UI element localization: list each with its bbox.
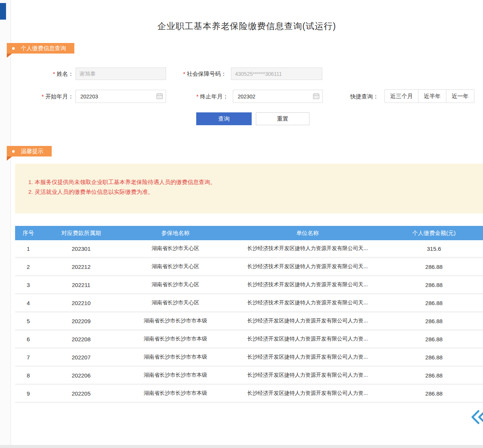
reset-button[interactable]: 重置 [256, 112, 309, 125]
table-cell: 2 [15, 264, 42, 270]
payment-table: 序号 对应费款所属期 参保地名称 单位名称 个人缴费金额(元) 1202301湖… [15, 226, 483, 403]
bullet-dot-icon [12, 47, 15, 50]
table-cell: 4 [15, 300, 42, 306]
table-cell: 202209 [42, 318, 121, 324]
table-cell: 286.88 [385, 372, 483, 379]
required-asterisk: * [53, 71, 55, 77]
table-cell: 长沙经济技术开发区捷特人力资源开发有限公司天... [230, 281, 385, 288]
ssn-field[interactable] [231, 68, 322, 80]
table-cell: 湖南省长沙市长沙市市本级 [121, 390, 230, 397]
table-row: 5202209湖南省长沙市长沙市市本级长沙经济开发区捷特人力资源开发有限公司人力… [15, 313, 483, 331]
required-asterisk: * [42, 93, 44, 100]
table-row: 2202212湖南省长沙市天心区长沙经济技术开发区捷特人力资源开发有限公司天..… [15, 258, 483, 276]
tip-line: 2. 灵活就业人员的缴费单位信息以实际缴费为准。 [28, 187, 216, 197]
bottom-divider [0, 445, 483, 448]
table-cell: 202208 [42, 336, 121, 342]
end-month-picker[interactable] [233, 90, 323, 103]
ribbon-fold [7, 54, 12, 58]
table-cell: 202210 [42, 300, 121, 306]
quick-query-label: 快捷查询： [350, 90, 378, 103]
name-field[interactable] [75, 68, 166, 80]
double-chevron-left-icon[interactable] [470, 410, 483, 425]
table-cell: 湖南省长沙市天心区 [121, 245, 230, 252]
section-badge-personal-payment-query: 个人缴费信息查询 [7, 43, 74, 54]
table-cell: 286.88 [385, 354, 483, 361]
table-cell: 长沙经济技术开发区捷特人力资源开发有限公司天... [230, 299, 385, 306]
table-cell: 202205 [42, 390, 121, 397]
table-cell: 202211 [42, 282, 121, 288]
name-label: *姓名： [34, 68, 74, 80]
start-month-input[interactable] [75, 90, 166, 103]
table-cell: 286.88 [385, 390, 483, 397]
ribbon-fold [7, 156, 12, 161]
required-asterisk: * [196, 93, 198, 100]
table-cell: 6 [15, 336, 42, 342]
table-cell: 长沙经济技术开发区捷特人力资源开发有限公司天... [230, 263, 385, 270]
query-button[interactable]: 查询 [196, 112, 252, 125]
table-row: 3202211湖南省长沙市天心区长沙经济技术开发区捷特人力资源开发有限公司天..… [15, 276, 483, 295]
calendar-icon[interactable] [313, 93, 320, 100]
table-cell: 长沙经济开发区捷特人力资源开发有限公司人力资... [230, 354, 385, 361]
quick-option-last-year[interactable]: 近一年 [446, 89, 474, 103]
end-month-input[interactable] [233, 90, 323, 103]
column-header: 参保地名称 [121, 230, 230, 237]
table-header-row: 序号 对应费款所属期 参保地名称 单位名称 个人缴费金额(元) [15, 226, 483, 240]
column-header: 个人缴费金额(元) [385, 230, 483, 237]
table-cell: 202207 [42, 354, 121, 361]
table-body: 1202301湖南省长沙市天心区长沙经济技术开发区捷特人力资源开发有限公司天..… [15, 240, 483, 403]
table-cell: 湖南省长沙市天心区 [121, 263, 230, 270]
column-header: 序号 [15, 230, 42, 237]
table-cell: 长沙经济开发区捷特人力资源开发有限公司人力资... [230, 318, 385, 324]
table-cell: 湖南省长沙市长沙市市本级 [121, 372, 230, 379]
table-row: 9202205湖南省长沙市长沙市市本级长沙经济开发区捷特人力资源开发有限公司人力… [15, 385, 483, 403]
table-cell: 202301 [42, 245, 121, 252]
table-cell: 湖南省长沙市天心区 [121, 299, 230, 306]
ssn-label: *社会保障号码： [170, 68, 226, 80]
section-badge-label: 个人缴费信息查询 [21, 45, 66, 52]
table-cell: 8 [15, 372, 42, 379]
table-cell: 湖南省长沙市长沙市市本级 [121, 354, 230, 361]
quick-option-last-half-year[interactable]: 近半年 [418, 89, 446, 103]
table-cell: 5 [15, 318, 42, 324]
end-month-label: *终止年月： [187, 90, 228, 103]
start-month-picker[interactable] [75, 90, 166, 103]
table-row: 1202301湖南省长沙市天心区长沙经济技术开发区捷特人力资源开发有限公司天..… [15, 240, 483, 258]
table-cell: 286.88 [385, 300, 483, 306]
table-row: 7202207湖南省长沙市长沙市市本级长沙经济开发区捷特人力资源开发有限公司人力… [15, 349, 483, 367]
tips-panel: 1. 本服务仅提供尚未领取企业职工基本养老保险待遇人员的缴费信息查询。 2. 灵… [15, 164, 483, 213]
column-header: 对应费款所属期 [42, 230, 121, 237]
table-cell: 长沙经济开发区捷特人力资源开发有限公司人力资... [230, 336, 385, 342]
quick-query-group: 近三个月 近半年 近一年 [385, 89, 474, 103]
table-cell: 202206 [42, 372, 121, 379]
table-cell: 1 [15, 245, 42, 252]
table-cell: 湖南省长沙市长沙市市本级 [121, 318, 230, 324]
tip-line: 1. 本服务仅提供尚未领取企业职工基本养老保险待遇人员的缴费信息查询。 [28, 177, 216, 187]
column-header: 单位名称 [230, 230, 385, 237]
table-cell: 7 [15, 354, 42, 361]
table-cell: 286.88 [385, 282, 483, 288]
required-asterisk: * [183, 71, 185, 77]
bullet-dot-icon [12, 150, 15, 153]
left-rail [0, 0, 11, 448]
table-cell: 315.6 [385, 245, 483, 252]
table-cell: 286.88 [385, 264, 483, 270]
quick-option-last-3-months[interactable]: 近三个月 [385, 89, 418, 103]
table-row: 8202206湖南省长沙市长沙市市本级长沙经济开发区捷特人力资源开发有限公司人力… [15, 367, 483, 385]
table-cell: 286.88 [385, 318, 483, 324]
table-cell: 286.88 [385, 336, 483, 342]
page-title: 企业职工基本养老保险缴费信息查询(试运行) [11, 20, 483, 32]
calendar-icon[interactable] [156, 93, 163, 100]
table-row: 6202208湖南省长沙市长沙市市本级长沙经济开发区捷特人力资源开发有限公司人力… [15, 331, 483, 349]
table-cell: 3 [15, 282, 42, 288]
table-cell: 长沙经济开发区捷特人力资源开发有限公司人力资... [230, 372, 385, 379]
table-cell: 长沙经济技术开发区捷特人力资源开发有限公司天... [230, 245, 385, 252]
start-month-label: *开始年月： [30, 90, 74, 103]
table-cell: 湖南省长沙市天心区 [121, 281, 230, 288]
table-cell: 202212 [42, 264, 121, 270]
table-cell: 长沙经济开发区捷特人力资源开发有限公司人力资... [230, 390, 385, 397]
table-cell: 湖南省长沙市长沙市市本级 [121, 336, 230, 342]
table-row: 4202210湖南省长沙市天心区长沙经济技术开发区捷特人力资源开发有限公司天..… [15, 295, 483, 313]
sidebar-collapsed-tab [0, 3, 6, 20]
table-cell: 9 [15, 390, 42, 397]
section-badge-label: 温馨提示 [21, 148, 43, 155]
